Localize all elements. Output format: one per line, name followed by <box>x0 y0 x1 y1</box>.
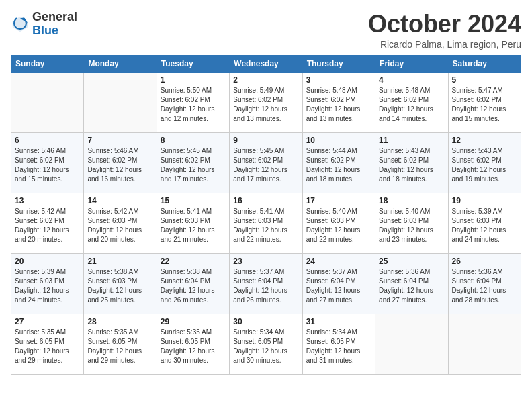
calendar-cell: 11Sunrise: 5:43 AMSunset: 6:02 PMDayligh… <box>375 132 448 193</box>
location: Ricardo Palma, Lima region, Peru <box>368 39 521 50</box>
day-number: 28 <box>87 317 152 326</box>
day-info: Sunrise: 5:38 AMSunset: 6:04 PMDaylight:… <box>161 267 226 305</box>
day-info: Sunrise: 5:34 AMSunset: 6:05 PMDaylight:… <box>306 328 371 365</box>
logo-blue-text: Blue <box>32 24 58 37</box>
title-area: October 2024 Ricardo Palma, Lima region,… <box>368 11 521 50</box>
week-row-3: 13Sunrise: 5:42 AMSunset: 6:02 PMDayligh… <box>11 193 521 253</box>
calendar-cell: 15Sunrise: 5:41 AMSunset: 6:03 PMDayligh… <box>157 193 229 253</box>
day-info: Sunrise: 5:41 AMSunset: 6:03 PMDaylight:… <box>233 207 298 244</box>
week-row-4: 20Sunrise: 5:39 AMSunset: 6:03 PMDayligh… <box>11 253 521 314</box>
day-info: Sunrise: 5:44 AMSunset: 6:02 PMDaylight:… <box>306 146 371 184</box>
day-info: Sunrise: 5:42 AMSunset: 6:03 PMDaylight:… <box>87 207 152 244</box>
header-thursday: Thursday <box>302 55 375 72</box>
month-title: October 2024 <box>368 11 521 38</box>
calendar-cell: 16Sunrise: 5:41 AMSunset: 6:03 PMDayligh… <box>230 193 302 253</box>
day-info: Sunrise: 5:46 AMSunset: 6:02 PMDaylight:… <box>87 146 152 184</box>
header-saturday: Saturday <box>448 55 521 72</box>
calendar-cell <box>448 314 521 374</box>
day-number: 8 <box>161 136 226 145</box>
calendar-cell: 19Sunrise: 5:39 AMSunset: 6:03 PMDayligh… <box>448 193 521 253</box>
calendar-header-row: SundayMondayTuesdayWednesdayThursdayFrid… <box>11 55 521 72</box>
calendar-cell: 6Sunrise: 5:46 AMSunset: 6:02 PMDaylight… <box>11 132 84 193</box>
calendar-cell: 31Sunrise: 5:34 AMSunset: 6:05 PMDayligh… <box>302 314 375 374</box>
day-number: 11 <box>379 136 444 145</box>
day-info: Sunrise: 5:36 AMSunset: 6:04 PMDaylight:… <box>379 267 444 305</box>
logo-icon <box>11 15 30 34</box>
day-info: Sunrise: 5:49 AMSunset: 6:02 PMDaylight:… <box>233 86 298 124</box>
calendar-cell: 2Sunrise: 5:49 AMSunset: 6:02 PMDaylight… <box>230 72 302 132</box>
calendar-cell: 24Sunrise: 5:37 AMSunset: 6:04 PMDayligh… <box>302 253 375 314</box>
day-info: Sunrise: 5:47 AMSunset: 6:02 PMDaylight:… <box>452 86 517 124</box>
day-info: Sunrise: 5:37 AMSunset: 6:04 PMDaylight:… <box>233 267 298 305</box>
day-number: 12 <box>452 136 517 145</box>
day-info: Sunrise: 5:39 AMSunset: 6:03 PMDaylight:… <box>15 267 80 305</box>
calendar-cell: 17Sunrise: 5:40 AMSunset: 6:03 PMDayligh… <box>302 193 375 253</box>
day-info: Sunrise: 5:48 AMSunset: 6:02 PMDaylight:… <box>306 86 371 124</box>
week-row-2: 6Sunrise: 5:46 AMSunset: 6:02 PMDaylight… <box>11 132 521 193</box>
day-number: 6 <box>15 136 80 145</box>
day-info: Sunrise: 5:38 AMSunset: 6:03 PMDaylight:… <box>87 267 152 305</box>
week-row-1: 1Sunrise: 5:50 AMSunset: 6:02 PMDaylight… <box>11 72 521 132</box>
day-number: 14 <box>87 196 152 205</box>
calendar-cell: 29Sunrise: 5:35 AMSunset: 6:05 PMDayligh… <box>157 314 229 374</box>
calendar-cell: 4Sunrise: 5:48 AMSunset: 6:02 PMDaylight… <box>375 72 448 132</box>
day-info: Sunrise: 5:43 AMSunset: 6:02 PMDaylight:… <box>379 146 444 184</box>
day-number: 16 <box>233 196 298 205</box>
logo-general-text: General <box>32 10 77 24</box>
day-info: Sunrise: 5:36 AMSunset: 6:04 PMDaylight:… <box>452 267 517 305</box>
day-number: 7 <box>87 136 152 145</box>
day-number: 4 <box>379 75 444 85</box>
calendar-cell: 5Sunrise: 5:47 AMSunset: 6:02 PMDaylight… <box>448 72 521 132</box>
calendar-cell: 21Sunrise: 5:38 AMSunset: 6:03 PMDayligh… <box>84 253 157 314</box>
day-info: Sunrise: 5:40 AMSunset: 6:03 PMDaylight:… <box>379 207 444 244</box>
logo: General Blue <box>11 11 77 38</box>
day-info: Sunrise: 5:48 AMSunset: 6:02 PMDaylight:… <box>379 86 444 124</box>
calendar-cell: 25Sunrise: 5:36 AMSunset: 6:04 PMDayligh… <box>375 253 448 314</box>
day-info: Sunrise: 5:35 AMSunset: 6:05 PMDaylight:… <box>161 328 226 365</box>
day-info: Sunrise: 5:45 AMSunset: 6:02 PMDaylight:… <box>161 146 226 184</box>
day-info: Sunrise: 5:45 AMSunset: 6:02 PMDaylight:… <box>233 146 298 184</box>
day-number: 17 <box>306 196 371 205</box>
header-sunday: Sunday <box>11 55 84 72</box>
calendar-cell <box>84 72 157 132</box>
day-info: Sunrise: 5:34 AMSunset: 6:05 PMDaylight:… <box>233 328 298 365</box>
calendar-cell: 27Sunrise: 5:35 AMSunset: 6:05 PMDayligh… <box>11 314 84 374</box>
day-number: 19 <box>452 196 517 205</box>
calendar-cell <box>11 72 84 132</box>
day-info: Sunrise: 5:50 AMSunset: 6:02 PMDaylight:… <box>161 86 226 124</box>
calendar-cell: 13Sunrise: 5:42 AMSunset: 6:02 PMDayligh… <box>11 193 84 253</box>
day-info: Sunrise: 5:41 AMSunset: 6:03 PMDaylight:… <box>161 207 226 244</box>
calendar-cell: 30Sunrise: 5:34 AMSunset: 6:05 PMDayligh… <box>230 314 302 374</box>
calendar-cell: 28Sunrise: 5:35 AMSunset: 6:05 PMDayligh… <box>84 314 157 374</box>
day-number: 20 <box>15 257 80 266</box>
day-number: 9 <box>233 136 298 145</box>
calendar-cell: 1Sunrise: 5:50 AMSunset: 6:02 PMDaylight… <box>157 72 229 132</box>
day-info: Sunrise: 5:39 AMSunset: 6:03 PMDaylight:… <box>452 207 517 244</box>
calendar-cell: 14Sunrise: 5:42 AMSunset: 6:03 PMDayligh… <box>84 193 157 253</box>
calendar-cell: 12Sunrise: 5:43 AMSunset: 6:02 PMDayligh… <box>448 132 521 193</box>
calendar-cell: 20Sunrise: 5:39 AMSunset: 6:03 PMDayligh… <box>11 253 84 314</box>
day-number: 5 <box>452 75 517 85</box>
header: General Blue October 2024 Ricardo Palma,… <box>11 11 521 50</box>
day-number: 18 <box>379 196 444 205</box>
day-number: 22 <box>161 257 226 266</box>
calendar-cell: 3Sunrise: 5:48 AMSunset: 6:02 PMDaylight… <box>302 72 375 132</box>
day-info: Sunrise: 5:42 AMSunset: 6:02 PMDaylight:… <box>15 207 80 244</box>
day-number: 15 <box>161 196 226 205</box>
calendar-cell: 23Sunrise: 5:37 AMSunset: 6:04 PMDayligh… <box>230 253 302 314</box>
day-info: Sunrise: 5:43 AMSunset: 6:02 PMDaylight:… <box>452 146 517 184</box>
calendar-cell: 18Sunrise: 5:40 AMSunset: 6:03 PMDayligh… <box>375 193 448 253</box>
day-number: 10 <box>306 136 371 145</box>
day-number: 3 <box>306 75 371 85</box>
day-number: 1 <box>161 75 226 85</box>
day-number: 27 <box>15 317 80 326</box>
calendar-cell <box>375 314 448 374</box>
logo-text: General Blue <box>32 11 77 38</box>
day-number: 26 <box>452 257 517 266</box>
day-info: Sunrise: 5:35 AMSunset: 6:05 PMDaylight:… <box>15 328 80 365</box>
day-number: 24 <box>306 257 371 266</box>
header-wednesday: Wednesday <box>230 55 302 72</box>
calendar-cell: 22Sunrise: 5:38 AMSunset: 6:04 PMDayligh… <box>157 253 229 314</box>
day-info: Sunrise: 5:35 AMSunset: 6:05 PMDaylight:… <box>87 328 152 365</box>
week-row-5: 27Sunrise: 5:35 AMSunset: 6:05 PMDayligh… <box>11 314 521 374</box>
